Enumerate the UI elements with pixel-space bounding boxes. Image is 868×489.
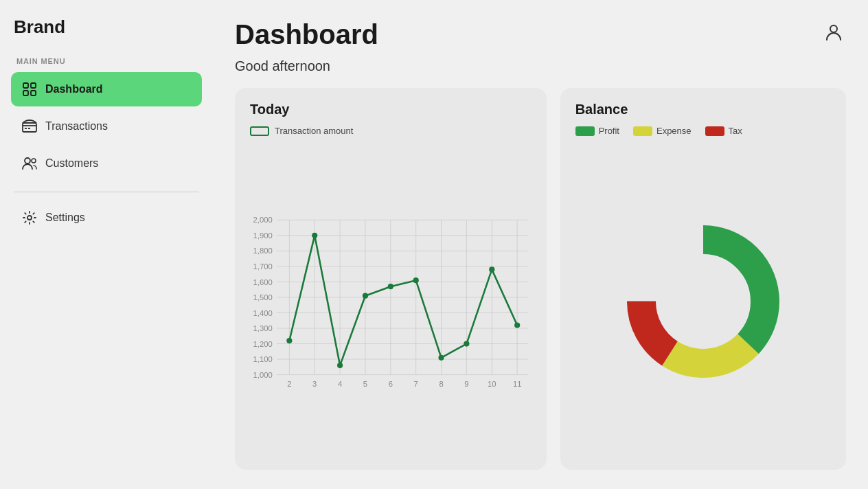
balance-legend: Profit Expense Tax <box>575 126 831 136</box>
svg-text:1,500: 1,500 <box>253 293 273 302</box>
svg-text:3: 3 <box>312 380 317 388</box>
cards-row: Today Transaction amount 2,000 <box>235 88 846 470</box>
chart-legend: Transaction amount <box>250 126 532 136</box>
svg-point-46 <box>363 293 368 299</box>
user-profile-button[interactable] <box>821 19 846 44</box>
svg-text:1,300: 1,300 <box>253 324 273 332</box>
sidebar: Brand MAIN MENU Dashboard Transactions <box>0 0 213 489</box>
menu-label: MAIN MENU <box>11 57 202 65</box>
sidebar-item-dashboard-label: Dashboard <box>45 83 103 95</box>
svg-text:5: 5 <box>363 380 367 388</box>
nav-divider <box>14 192 199 192</box>
sidebar-item-transactions-label: Transactions <box>45 120 108 133</box>
svg-text:6: 6 <box>389 380 393 388</box>
transactions-icon <box>22 119 37 134</box>
sidebar-item-transactions[interactable]: Transactions <box>11 109 202 144</box>
svg-text:1,700: 1,700 <box>253 262 273 271</box>
main-content: Dashboard Good afternoon Today Transacti… <box>213 0 868 489</box>
profit-color <box>575 126 595 136</box>
customers-icon <box>22 156 37 171</box>
svg-rect-4 <box>23 123 36 132</box>
svg-point-66 <box>658 256 749 347</box>
svg-text:1,400: 1,400 <box>253 309 273 317</box>
tax-label: Tax <box>729 126 742 136</box>
donut-svg <box>621 219 786 384</box>
svg-point-7 <box>25 158 30 163</box>
svg-point-44 <box>312 233 317 238</box>
line-chart-svg: 2,000 1,900 1,800 1,700 1,600 1,500 1,40… <box>250 141 532 456</box>
balance-card: Balance Profit Expense Tax <box>560 88 846 470</box>
legend-tax: Tax <box>705 126 742 136</box>
svg-point-45 <box>337 363 343 368</box>
svg-point-9 <box>27 216 32 220</box>
svg-text:11: 11 <box>513 380 522 388</box>
svg-text:1,600: 1,600 <box>253 278 273 286</box>
svg-point-10 <box>830 25 837 32</box>
svg-point-48 <box>413 277 419 283</box>
svg-text:9: 9 <box>464 380 468 388</box>
svg-text:1,000: 1,000 <box>253 371 273 379</box>
chart-legend-box <box>250 126 269 136</box>
settings-icon <box>22 210 37 225</box>
sidebar-item-settings[interactable]: Settings <box>11 201 202 235</box>
sidebar-item-customers-label: Customers <box>45 157 98 170</box>
svg-rect-1 <box>31 83 36 88</box>
svg-point-49 <box>438 355 444 361</box>
svg-text:2,000: 2,000 <box>253 216 273 224</box>
expense-color <box>633 126 652 136</box>
svg-text:10: 10 <box>488 380 496 388</box>
line-chart-wrap: 2,000 1,900 1,800 1,700 1,600 1,500 1,40… <box>250 141 532 456</box>
svg-rect-6 <box>28 128 30 129</box>
svg-text:1,800: 1,800 <box>253 247 273 255</box>
legend-profit: Profit <box>575 126 619 136</box>
today-card: Today Transaction amount 2,000 <box>235 88 547 470</box>
main-header: Dashboard <box>235 19 846 50</box>
svg-point-50 <box>464 341 469 346</box>
donut-chart-wrap <box>575 147 831 456</box>
profit-label: Profit <box>599 126 619 136</box>
svg-point-43 <box>286 338 292 343</box>
legend-expense: Expense <box>633 126 692 136</box>
dashboard-icon <box>22 82 37 97</box>
svg-text:1,900: 1,900 <box>253 231 273 240</box>
svg-point-8 <box>32 159 36 163</box>
user-icon <box>824 22 843 41</box>
page-title: Dashboard <box>235 19 378 50</box>
svg-text:1,100: 1,100 <box>253 355 273 363</box>
balance-card-title: Balance <box>575 102 831 117</box>
svg-rect-3 <box>31 91 36 95</box>
svg-point-52 <box>514 322 520 328</box>
svg-text:8: 8 <box>439 380 443 388</box>
svg-rect-5 <box>25 128 27 129</box>
expense-label: Expense <box>656 126 692 136</box>
svg-text:4: 4 <box>338 380 342 388</box>
svg-text:2: 2 <box>287 380 291 388</box>
sidebar-item-customers[interactable]: Customers <box>11 146 202 181</box>
tax-color <box>705 126 724 136</box>
chart-legend-label: Transaction amount <box>275 126 353 136</box>
svg-point-51 <box>489 266 494 272</box>
svg-text:7: 7 <box>414 380 418 388</box>
today-card-title: Today <box>250 102 532 117</box>
sidebar-item-settings-label: Settings <box>45 212 85 224</box>
svg-point-47 <box>388 284 393 289</box>
svg-rect-2 <box>23 91 28 95</box>
svg-rect-0 <box>23 83 28 88</box>
greeting-text: Good afternoon <box>235 58 846 74</box>
sidebar-item-dashboard[interactable]: Dashboard <box>11 72 202 106</box>
svg-text:1,200: 1,200 <box>253 340 273 348</box>
brand-logo: Brand <box>11 16 202 38</box>
